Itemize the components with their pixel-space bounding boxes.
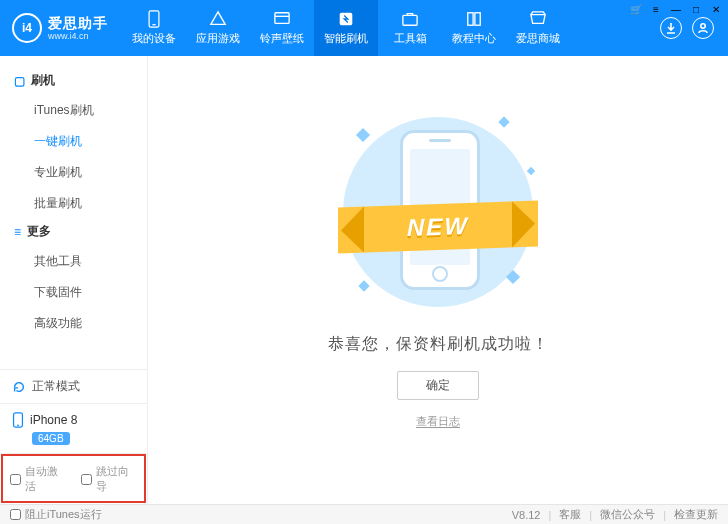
- group-title: 刷机: [31, 72, 55, 89]
- sidebar: ▢ 刷机 iTunes刷机 一键刷机 专业刷机 批量刷机 ≡ 更多 其他工具 下…: [0, 56, 148, 504]
- checkbox-label: 阻止iTunes运行: [25, 507, 102, 522]
- music-icon: [272, 10, 292, 28]
- view-log-link[interactable]: 查看日志: [416, 414, 460, 429]
- svg-point-7: [701, 24, 705, 28]
- device-info[interactable]: iPhone 8 64GB: [0, 403, 147, 453]
- brand-url: www.i4.cn: [48, 32, 108, 41]
- ribbon-text: NEW: [407, 212, 469, 242]
- svg-rect-2: [275, 13, 289, 24]
- device-icon: [144, 10, 164, 28]
- toolbox-icon: [400, 10, 420, 28]
- ok-button[interactable]: 确定: [397, 371, 479, 400]
- menu-icon[interactable]: ≡: [650, 3, 662, 15]
- nav-toolbox[interactable]: 工具箱: [378, 0, 442, 56]
- flash-option-checks: 自动激活 跳过向导: [0, 453, 147, 504]
- nav-label: 应用游戏: [196, 31, 240, 46]
- wechat-link[interactable]: 微信公众号: [600, 507, 655, 522]
- check-update-link[interactable]: 检查更新: [674, 507, 718, 522]
- close-icon[interactable]: ✕: [710, 3, 722, 15]
- sidebar-group-more: ≡ 更多: [0, 219, 147, 246]
- user-button[interactable]: [692, 17, 714, 39]
- nav-my-device[interactable]: 我的设备: [122, 0, 186, 56]
- group-title: 更多: [27, 223, 51, 240]
- storage-badge: 64GB: [32, 432, 70, 445]
- shop-icon: [528, 10, 548, 28]
- svg-point-9: [17, 424, 19, 426]
- auto-activate-checkbox[interactable]: 自动激活: [10, 464, 67, 494]
- refresh-icon: [12, 380, 26, 394]
- flash-icon: ▢: [14, 74, 25, 88]
- apps-icon: [208, 10, 228, 28]
- nav-label: 爱思商城: [516, 31, 560, 46]
- support-link[interactable]: 客服: [559, 507, 581, 522]
- svg-rect-5: [468, 13, 473, 25]
- phone-icon: [12, 412, 24, 428]
- new-ribbon: NEW: [338, 201, 538, 254]
- version-label: V8.12: [512, 509, 541, 521]
- skip-guide-checkbox[interactable]: 跳过向导: [81, 464, 138, 494]
- block-itunes-checkbox[interactable]: 阻止iTunes运行: [10, 507, 102, 522]
- nav-smart-flash[interactable]: 智能刷机: [314, 0, 378, 56]
- flash-icon: [336, 10, 356, 28]
- nav-shop[interactable]: 爱思商城: [506, 0, 570, 56]
- nav-label: 智能刷机: [324, 31, 368, 46]
- minimize-icon[interactable]: ―: [670, 3, 682, 15]
- more-icon: ≡: [14, 225, 21, 239]
- book-icon: [464, 10, 484, 28]
- nav-ringtones[interactable]: 铃声壁纸: [250, 0, 314, 56]
- status-label: 正常模式: [32, 378, 80, 395]
- nav-apps[interactable]: 应用游戏: [186, 0, 250, 56]
- sidebar-item-advanced[interactable]: 高级功能: [0, 308, 147, 339]
- main-panel: NEW 恭喜您，保资料刷机成功啦！ 确定 查看日志: [148, 56, 728, 504]
- device-name: iPhone 8: [30, 413, 77, 427]
- sidebar-item-download-firmware[interactable]: 下载固件: [0, 277, 147, 308]
- success-message: 恭喜您，保资料刷机成功啦！: [328, 334, 549, 355]
- cart-icon[interactable]: 🛒: [630, 3, 642, 15]
- success-illustration: NEW: [328, 112, 548, 312]
- svg-rect-6: [475, 13, 480, 25]
- top-nav: 我的设备 应用游戏 铃声壁纸 智能刷机 工具箱 教程中心 爱思商城: [122, 0, 646, 56]
- nav-label: 工具箱: [394, 31, 427, 46]
- brand-name: 爱思助手: [48, 16, 108, 30]
- status-bar: 阻止iTunes运行 V8.12 | 客服 | 微信公众号 | 检查更新: [0, 504, 728, 524]
- app-header: i4 爱思助手 www.i4.cn 我的设备 应用游戏 铃声壁纸 智能刷机 工具…: [0, 0, 728, 56]
- nav-label: 教程中心: [452, 31, 496, 46]
- checkbox-label: 跳过向导: [96, 464, 138, 494]
- brand-logo-icon: i4: [12, 13, 42, 43]
- sidebar-item-itunes-flash[interactable]: iTunes刷机: [0, 95, 147, 126]
- nav-label: 铃声壁纸: [260, 31, 304, 46]
- sidebar-item-batch-flash[interactable]: 批量刷机: [0, 188, 147, 219]
- checkbox-label: 自动激活: [25, 464, 67, 494]
- download-button[interactable]: [660, 17, 682, 39]
- device-mode-status[interactable]: 正常模式: [0, 369, 147, 403]
- sidebar-item-other-tools[interactable]: 其他工具: [0, 246, 147, 277]
- svg-rect-4: [403, 15, 417, 25]
- brand: i4 爱思助手 www.i4.cn: [0, 0, 122, 56]
- nav-label: 我的设备: [132, 31, 176, 46]
- sidebar-item-oneclick-flash[interactable]: 一键刷机: [0, 126, 147, 157]
- sidebar-group-flash: ▢ 刷机: [0, 68, 147, 95]
- sidebar-item-pro-flash[interactable]: 专业刷机: [0, 157, 147, 188]
- maximize-icon[interactable]: □: [690, 3, 702, 15]
- nav-tutorials[interactable]: 教程中心: [442, 0, 506, 56]
